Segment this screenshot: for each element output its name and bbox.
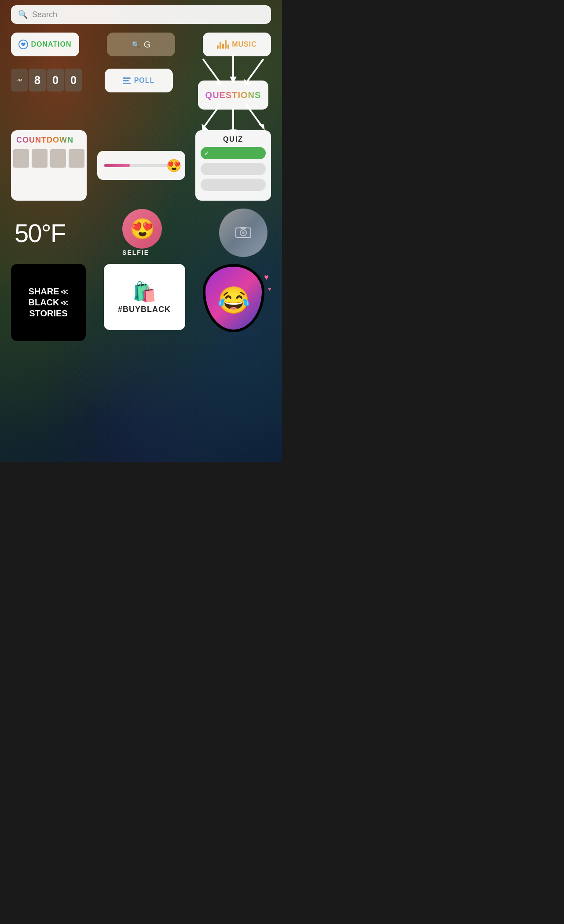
svg-point-14 [242, 231, 245, 234]
clock-pm: PM [11, 69, 28, 92]
quiz-option-2 [201, 163, 266, 175]
sticker-row-1: DONATION 🔍 G MUSIC [11, 33, 271, 56]
poll-label: POLL [134, 77, 155, 84]
music-sticker[interactable]: MUSIC [203, 33, 271, 56]
sticker-row-4: 50°F 😍 SELFIE [11, 209, 271, 257]
svg-marker-7 [201, 124, 209, 131]
heart-icon-1: ♥ [264, 273, 269, 282]
donation-sticker[interactable]: DONATION [11, 33, 79, 56]
donation-heart-icon [18, 40, 28, 49]
temperature-value: 50°F [15, 219, 65, 247]
photo-inner [219, 209, 267, 257]
slider-track: 😍 [104, 164, 178, 167]
buyblack-sticker[interactable]: 🛍️ #BUYBLACK [104, 264, 185, 330]
search-g-icon: 🔍 [132, 40, 140, 49]
search-icon: 🔍 [18, 10, 28, 19]
temperature-sticker[interactable]: 50°F [15, 218, 65, 248]
clock-min1: 0 [47, 69, 64, 92]
sticker-row-2: PM 8 0 0 POLL [11, 64, 271, 126]
music-label: MUSIC [232, 40, 257, 48]
share-black-stories-sticker[interactable]: SHARE ≪ BLACK ≪ STORIES [11, 264, 86, 341]
photo-placeholder-icon [235, 226, 251, 239]
quiz-check-icon: ✓ [204, 150, 209, 157]
quiz-title: QUIZ [223, 136, 243, 143]
music-bars-icon [217, 40, 229, 49]
countdown-boxes [13, 149, 84, 168]
clock-sticker[interactable]: PM 8 0 0 [11, 69, 82, 92]
clock-hour: 8 [29, 69, 46, 92]
share-line-3: STORIES [29, 308, 67, 319]
svg-rect-15 [240, 227, 246, 229]
clock-min2: 0 [65, 69, 82, 92]
photo-thumbnail-sticker[interactable] [219, 209, 267, 257]
share-line-2: BLACK ≪ [29, 297, 69, 308]
mouth-sticker[interactable]: 😂 ♥ ♥ [203, 264, 271, 341]
quiz-correct-option: ✓ [201, 147, 266, 159]
svg-line-0 [203, 59, 220, 83]
poll-sticker[interactable]: POLL [105, 69, 173, 92]
svg-marker-11 [258, 124, 265, 130]
slider-emoji: 😍 [166, 158, 182, 173]
slider-fill [104, 164, 130, 167]
questions-box[interactable]: QUESTIONS [198, 81, 268, 110]
buyblack-bag-icon: 🛍️ [132, 280, 157, 303]
selfie-label: SELFIE [122, 249, 149, 256]
sticker-row-5: SHARE ≪ BLACK ≪ STORIES 🛍️ #BUYBLACK 😂 ♥… [11, 264, 271, 341]
search-g-text: G [144, 40, 151, 50]
share-line-1: SHARE ≪ [28, 286, 68, 297]
mouth-emoji: 😂 [217, 285, 250, 316]
search-placeholder: Search [32, 10, 57, 19]
selfie-sticker[interactable]: 😍 SELFIE [122, 209, 162, 257]
mouth-circle: 😂 [203, 264, 264, 332]
sticker-row-3: COUNTDOWN 😍 QUIZ ✓ [11, 130, 271, 201]
buyblack-label: #BUYBLACK [118, 305, 171, 314]
questions-sticker[interactable]: QUESTIONS [195, 69, 271, 121]
search-bar[interactable]: 🔍 Search [11, 5, 271, 24]
quiz-option-3 [201, 179, 266, 191]
questions-label: QUESTIONS [205, 90, 261, 100]
search-g-sticker[interactable]: 🔍 G [107, 33, 175, 56]
countdown-sticker[interactable]: COUNTDOWN [11, 130, 87, 201]
selfie-emoji: 😍 [122, 209, 162, 249]
poll-icon [123, 77, 131, 84]
emoji-slider-sticker[interactable]: 😍 [97, 151, 185, 180]
heart-icon-2: ♥ [268, 286, 271, 292]
donation-label: DONATION [31, 40, 71, 48]
countdown-label: COUNTDOWN [16, 136, 73, 145]
svg-line-4 [246, 59, 263, 83]
quiz-sticker[interactable]: QUIZ ✓ [195, 130, 271, 201]
